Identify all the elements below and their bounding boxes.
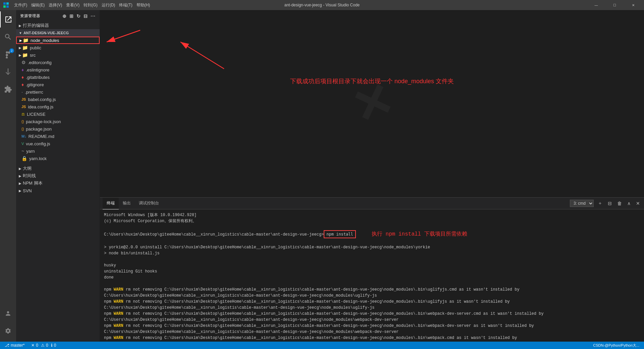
file-name: .editorconfig bbox=[28, 60, 52, 65]
npm-section[interactable]: ▶ NPM 脚本 bbox=[16, 180, 100, 187]
menu-select[interactable]: 选择(V) bbox=[49, 2, 62, 8]
open-editors-section[interactable]: ▶ 打开的编辑器 bbox=[16, 22, 100, 29]
json-file-icon: {} bbox=[21, 127, 24, 131]
md-file-icon: M↓ bbox=[21, 134, 26, 138]
file-yarn[interactable]: ~ yarn bbox=[16, 147, 100, 155]
menu-file[interactable]: 文件(F) bbox=[14, 2, 27, 8]
tab-debug-console[interactable]: 调试控制台 bbox=[135, 198, 163, 209]
file-gitignore[interactable]: ♦ .gitignore bbox=[16, 81, 100, 88]
terminal-line: (c) Microsoft Corporation。保留所有权利。 bbox=[104, 218, 640, 224]
menu-help[interactable]: 帮助(H) bbox=[137, 2, 150, 8]
svn-section[interactable]: ▶ SVN bbox=[16, 187, 100, 194]
menu-edit[interactable]: 编辑(E) bbox=[31, 2, 45, 8]
folder-chevron-icon: ▶ bbox=[19, 53, 21, 57]
add-terminal-button[interactable]: ＋ bbox=[596, 200, 604, 207]
menu-view[interactable]: 查看(V) bbox=[66, 2, 79, 8]
file-license[interactable]: ⚖ LICENSE bbox=[16, 110, 100, 118]
file-vue-config[interactable]: V vue.config.js bbox=[16, 140, 100, 147]
git-badge: 2 bbox=[9, 48, 14, 53]
activity-explorer[interactable] bbox=[0, 11, 16, 28]
collapse-icon[interactable]: ⊟ bbox=[84, 13, 88, 19]
csdn-status[interactable]: CSDN-@Python/Python大... bbox=[592, 343, 641, 348]
window-controls: — ☐ ✕ bbox=[589, 0, 641, 10]
warning-icon: ⚠ bbox=[41, 343, 45, 348]
menu-terminal[interactable]: 终端(T) bbox=[119, 2, 132, 8]
chevron-up-icon[interactable]: ∧ bbox=[626, 200, 632, 207]
errors-status[interactable]: ✕ 0 ⚠ 0 ℹ 0 bbox=[30, 343, 57, 348]
file-public[interactable]: ▶ 📁 public bbox=[16, 44, 100, 51]
activity-git[interactable]: 2 bbox=[0, 46, 16, 62]
menu-goto[interactable]: 转到(G) bbox=[84, 2, 97, 8]
git-file-icon: ♦ bbox=[21, 82, 24, 87]
npm-install-box: npm install bbox=[324, 230, 356, 238]
chevron-right-icon: ▶ bbox=[19, 182, 21, 185]
activity-debug[interactable] bbox=[0, 64, 16, 80]
terminal-line: Microsoft Windows [版本 10.0.19042.928] bbox=[104, 212, 640, 218]
yarn-file-icon: ~ bbox=[21, 148, 24, 154]
folder-chevron-icon: ▶ bbox=[19, 39, 22, 42]
menu-run[interactable]: 运行(D) bbox=[102, 2, 115, 8]
maximize-button[interactable]: ☐ bbox=[607, 0, 622, 10]
chevron-right-icon: ▶ bbox=[19, 24, 21, 28]
file-package[interactable]: {} package.json bbox=[16, 125, 100, 133]
activity-bar-bottom bbox=[0, 305, 16, 342]
project-name: ANT-DESIGN-VUE-JEECG bbox=[23, 31, 69, 35]
split-terminal-button[interactable]: ⊟ bbox=[606, 200, 613, 207]
git-branch-status[interactable]: ⎇ master* bbox=[3, 343, 26, 348]
file-src[interactable]: ▶ 📁 src bbox=[16, 51, 100, 59]
git-file-icon: ♦ bbox=[21, 74, 24, 80]
trash-terminal-button[interactable]: 🗑 bbox=[616, 200, 623, 207]
terminal-line: C:\Users\huxim\Desktop\giteeHome\cable__… bbox=[104, 230, 640, 238]
file-readme[interactable]: M↓ README.md bbox=[16, 133, 100, 140]
shell-selector[interactable]: 3: cmd bbox=[570, 200, 594, 207]
editor-content: ✕ 下载成功后项目根目录下就会出现一个 no bbox=[100, 10, 644, 197]
chevron-right-icon: ▶ bbox=[19, 167, 21, 170]
more-icon[interactable]: ··· bbox=[91, 13, 96, 19]
file-node_modules[interactable]: ▶ 📁 node_modules bbox=[16, 37, 100, 44]
tab-terminal[interactable]: 终端 bbox=[103, 198, 119, 209]
activity-settings[interactable] bbox=[0, 323, 16, 339]
tab-output[interactable]: 输出 bbox=[119, 198, 135, 209]
close-terminal-button[interactable]: ✕ bbox=[635, 200, 641, 207]
new-file-icon[interactable]: ⊕ bbox=[62, 13, 67, 19]
file-eslintignore[interactable]: ♦ .eslintignore bbox=[16, 66, 100, 73]
close-button[interactable]: ✕ bbox=[626, 0, 641, 10]
main-layout: 2 资源管理器 ⊕ ⊞ ↻ ⊟ ··· bbox=[0, 10, 644, 342]
outline-section[interactable]: ▶ 大纲 bbox=[16, 165, 100, 172]
file-editorconfig[interactable]: ⚙ .editorconfig bbox=[16, 59, 100, 66]
terminal-content[interactable]: Microsoft Windows [版本 10.0.19042.928] (c… bbox=[100, 209, 644, 342]
activity-extensions[interactable] bbox=[0, 81, 16, 97]
sidebar-title: 资源管理器 bbox=[20, 13, 40, 18]
terminal-line: > node bin/uninstall.js bbox=[104, 250, 640, 256]
json-file-icon: {} bbox=[21, 119, 24, 123]
minimize-button[interactable]: — bbox=[589, 0, 604, 10]
activity-bar: 2 bbox=[0, 10, 16, 342]
file-prettierrc[interactable]: · .prettierrc bbox=[16, 88, 100, 96]
terminal-tabs: 终端 输出 调试控制台 3: cmd ＋ ⊟ 🗑 ∧ ✕ bbox=[100, 198, 644, 209]
activity-account[interactable] bbox=[0, 305, 16, 321]
chevron-right-icon: ▶ bbox=[19, 174, 21, 178]
file-name: README.md bbox=[29, 134, 54, 139]
new-folder-icon[interactable]: ⊞ bbox=[69, 13, 74, 19]
project-section[interactable]: ▼ ANT-DESIGN-VUE-JEECG bbox=[16, 29, 100, 37]
timeline-section[interactable]: ▶ 时间线 bbox=[16, 172, 100, 180]
terminal-line: uninstalling Git hooks bbox=[104, 268, 640, 275]
git-branch-icon: ⎇ bbox=[5, 343, 9, 348]
file-idea[interactable]: JS idea.config.js bbox=[16, 103, 100, 110]
sidebar-header-icons: ⊕ ⊞ ↻ ⊟ ··· bbox=[62, 13, 96, 19]
terminal-warn-line: npm WARN rm not removing C:\Users\huxim\… bbox=[104, 299, 640, 311]
file-yarn-lock[interactable]: 🔒 yarn.lock bbox=[16, 155, 100, 162]
vscode-logo bbox=[3, 2, 9, 8]
file-package-lock[interactable]: {} package-lock.json bbox=[16, 118, 100, 125]
node-modules-annotation: 下载成功后项目根目录下就会出现一个 node_modules 文件夹 bbox=[290, 77, 454, 85]
file-gitattributes[interactable]: ♦ .gitattributes bbox=[16, 73, 100, 81]
file-tree: ▶ 打开的编辑器 ▼ ANT-DESIGN-VUE-JEECG ▶ 📁 node… bbox=[16, 22, 100, 342]
npm-annotation: 执行 npm install 下载项目所需依赖 bbox=[372, 231, 467, 237]
chevron-right-icon: ▶ bbox=[19, 189, 21, 193]
annotation-arrows bbox=[100, 10, 644, 197]
activity-search[interactable] bbox=[0, 29, 16, 45]
terminal-line bbox=[104, 238, 640, 244]
file-babel[interactable]: JS babel.config.js bbox=[16, 96, 100, 103]
refresh-icon[interactable]: ↻ bbox=[76, 13, 81, 19]
eslint-file-icon: ♦ bbox=[21, 67, 24, 72]
